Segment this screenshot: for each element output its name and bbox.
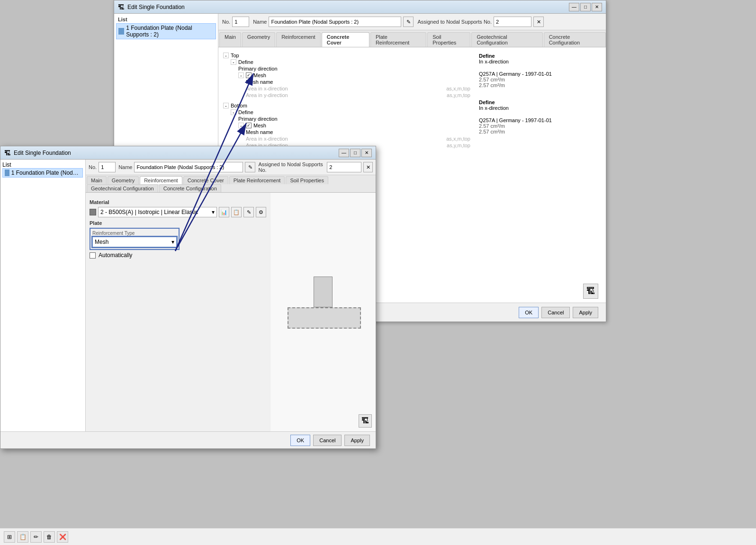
fg-title-text: 🏗 Edit Single Foundation [4,149,71,157]
fg-reinforcement-type-label: Reinforcement Type [92,231,177,236]
toolbar-icon-4[interactable]: 🗑 [44,531,55,543]
fg-material-color [90,209,96,215]
bg-top-define-right: Define In x-direction [479,53,602,64]
fg-title-bar: 🏗 Edit Single Foundation — □ ✕ [0,146,376,160]
bg-bottom-expander[interactable]: - [223,103,229,108]
bg-right-areax-top: 2.57 cm²/m [479,77,602,82]
fg-preview-panel: 🏗 [270,193,376,431]
bg-list-header: List [116,16,216,23]
fg-name-label: Name [118,164,132,170]
fg-tab-concrete-cover[interactable]: Concrete Cover [183,176,228,184]
bg-tab-concrete-cover[interactable]: Concrete Cover [322,32,369,47]
fg-ok-button[interactable]: OK [290,435,310,446]
bg-bottom-mesh-expander[interactable]: - [238,123,244,128]
bg-tab-reinforcement[interactable]: Reinforcement [276,32,321,47]
bg-tab-geometry[interactable]: Geometry [242,32,275,47]
fg-automatically-checkbox[interactable] [90,252,96,259]
fg-material-header: Material [90,199,266,205]
bg-dialog-icon: 🏗 [118,3,125,11]
bg-right-define-top: Define [479,53,602,59]
fg-tab-reinforcement[interactable]: Reinforcement [140,176,182,184]
fg-apply-button[interactable]: Apply [344,435,370,446]
fg-plate-header: Plate [90,220,266,226]
fg-close-button[interactable]: ✕ [361,149,372,157]
bg-top-areax-value: as,x,m,top [446,86,470,91]
bg-top-areay-label: Area in y-direction [246,92,288,98]
bg-maximize-button[interactable]: □ [580,3,591,11]
bg-bottom-areay-value: as,y,m,top [447,143,470,148]
fg-tab-main[interactable]: Main [87,176,107,184]
bg-top-primary-row: Primary direction [237,65,471,72]
bg-cancel-button[interactable]: Cancel [541,307,570,318]
bg-apply-button[interactable]: Apply [573,307,598,318]
bg-top-define-label: Define [238,59,253,65]
bg-thumbnail-icon[interactable]: 🏗 [583,284,598,299]
bg-assigned-value: 2 [494,17,531,27]
fg-preview-thumbnail: 🏗 [359,414,372,428]
bg-top-expander[interactable]: - [223,53,229,58]
bg-name-label: Name [253,19,267,25]
fg-content: Material 2 - B500S(A) | Isotropic | Line… [86,193,376,431]
fg-name-group: Name Foundation Plate (Nodal Supports : … [118,162,255,172]
bg-assigned-group: Assigned to Nodal Supports No. 2 ✕ [417,17,544,27]
bg-top-define-expander[interactable]: - [231,59,236,65]
bg-top-areay-row: Area in y-direction as,y,m,top [245,92,471,98]
fg-tab-geometry[interactable]: Geometry [108,176,139,184]
fg-edit-name-button[interactable]: ✎ [245,162,255,172]
fg-material-add-button[interactable]: 📋 [231,207,242,217]
bg-tab-geotechnical[interactable]: Geotechnical Configuration [471,32,542,47]
bg-ok-button[interactable]: OK [519,307,539,318]
fg-reinforcement-type-select[interactable]: Mesh ▾ [92,237,177,247]
bg-top-mesh-expander[interactable]: - [238,72,244,78]
fg-tab-geotechnical[interactable]: Geotechnical Configuration [87,184,158,192]
fg-tab-concrete-config[interactable]: Concrete Configuration [159,184,221,192]
bg-top-meshname-row: Mesh name [245,79,471,85]
fg-list-panel: List 1 Foundation Plate (Nodal Supports … [0,160,86,431]
fg-material-info-button[interactable]: 📊 [219,207,229,217]
fg-no-group: No. 1 [89,162,116,172]
fg-material-dropdown-icon: ▾ [212,209,215,215]
bg-list-item[interactable]: 1 Foundation Plate (Nodal Supports : 2) [116,23,216,39]
bg-close-button[interactable]: ✕ [592,3,602,11]
bg-tab-plate-reinforcement[interactable]: Plate Reinforcement [370,32,426,47]
bg-bottom-mesh-checkbox[interactable]: ✓ [246,123,252,128]
toolbar-icon-5[interactable]: ❌ [57,531,68,543]
bg-assigned-label: Assigned to Nodal Supports No. [417,19,492,25]
toolbar-icon-1[interactable]: ⊞ [4,531,15,543]
bg-bottom-mesh-label: Mesh [253,123,266,128]
bg-bottom-define-expander[interactable]: - [231,109,236,115]
bg-tab-soil-properties[interactable]: Soil Properties [427,32,470,47]
bg-right-inx-top: In x-direction [479,59,602,64]
fg-assigned-reset-button[interactable]: ✕ [363,162,373,172]
bg-minimize-button[interactable]: — [569,3,579,11]
fg-dialog-icon: 🏗 [4,149,11,157]
toolbar-icon-3[interactable]: ✏ [30,531,42,543]
fg-material-select[interactable]: 2 - B500S(A) | Isotropic | Linear Elasti… [98,207,217,217]
bg-right-meshname-bottom: Q257A | Germany - 1997-01-01 [479,117,602,123]
fg-tab-soil-properties[interactable]: Soil Properties [286,176,328,184]
fg-material-extra-button[interactable]: ⚙ [256,207,266,217]
fg-maximize-button[interactable]: □ [350,149,360,157]
fg-list-item[interactable]: 1 Foundation Plate (Nodal Supports : 2) [2,168,83,178]
fg-no-label: No. [89,164,97,170]
fg-tab-plate-reinforcement[interactable]: Plate Reinforcement [229,176,285,184]
toolbar-icon-2[interactable]: 📋 [17,531,28,543]
bg-tab-main[interactable]: Main [219,32,241,47]
fg-cancel-button[interactable]: Cancel [313,435,342,446]
fg-preview-icon[interactable]: 🏗 [359,414,372,428]
bg-right-areay-top: 2.57 cm²/m [479,82,602,88]
bg-tree-bottom: - Bottom - Define Primary di [222,102,471,149]
fg-reinforcement-dropdown-icon: ▾ [171,239,174,245]
fg-minimize-button[interactable]: — [339,149,349,157]
bg-top-mesh-checkbox[interactable]: ✓ [246,72,252,78]
bg-top-mesh-row: - ✓ Mesh [237,72,471,79]
bg-tree-top-row: - Top [222,52,471,59]
bg-edit-name-button[interactable]: ✎ [403,17,414,27]
bg-top-define-indent: - Define Primary direction - ✓ [230,59,471,98]
bg-tab-concrete-config[interactable]: Concrete Configuration [544,32,606,47]
bg-assigned-reset-button[interactable]: ✕ [533,17,544,27]
bg-top-define-row: - Define [230,59,471,65]
fg-assigned-group: Assigned to Nodal Supports No. 2 ✕ [258,161,373,173]
fg-material-edit-button[interactable]: ✎ [243,207,254,217]
bg-top-mesh-label: Mesh [253,72,266,78]
